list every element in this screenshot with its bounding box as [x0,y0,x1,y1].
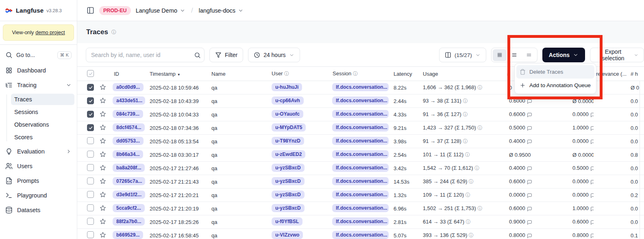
table-row[interactable]: b669529...2025-02-17 16:58:45qau-VIZzvwo… [77,229,644,239]
header-session[interactable]: Session ⓘ [329,70,391,77]
row-checkbox[interactable] [87,231,94,238]
org-switcher[interactable]: Langfuse Demo [136,7,185,14]
goto-command[interactable]: Go to... ⌘ K [2,49,74,61]
user-badge[interactable]: u-yzSBxcD [272,204,305,212]
demo-project-link[interactable]: demo project [35,30,65,35]
user-badge[interactable]: u-yzSBxcD [272,177,305,185]
star-icon[interactable] [100,205,106,211]
header-user[interactable]: User ⓘ [268,70,329,77]
header-name[interactable]: Name [207,71,268,77]
table-row[interactable]: dd05753...2025-02-18 05:13:54qau-T98YnzD… [77,135,644,148]
trace-id-badge[interactable]: ba8a208f... [113,164,145,172]
sidebar-item-evaluation[interactable]: Evaluation [2,145,74,158]
star-icon[interactable] [100,164,106,171]
star-icon[interactable] [100,111,106,117]
star-icon[interactable] [100,178,106,184]
table-row[interactable]: d3e9d1f2...2025-02-17 21:20:21qau-yzSBxc… [77,189,644,202]
user-badge[interactable]: u-huJhuJi [272,83,302,91]
session-badge[interactable]: lf.docs.conversation... [332,137,389,145]
user-badge[interactable]: u-cp66Avh [272,96,304,105]
session-badge[interactable]: lf.docs.conversation... [332,217,389,226]
header-id[interactable]: ID [111,71,146,77]
row-checkbox[interactable] [87,218,94,225]
session-badge[interactable]: lf.docs.conversation... [332,191,389,199]
trace-id-badge[interactable]: 084c739... [113,110,143,118]
export-selection-button[interactable]: Export selection [590,48,644,62]
session-badge[interactable]: lf.docs.conversation... [332,177,389,185]
column-visibility-button[interactable]: (15/27) [439,48,486,62]
user-badge[interactable]: u-VIZzvwo [272,231,303,239]
trace-id-badge[interactable]: 07265c7a... [113,177,145,185]
sidebar-item-playground[interactable]: Playground [2,189,74,202]
table-row[interactable]: 8dcf4574...2025-02-18 07:34:36qau-MYpDAT… [77,121,644,135]
row-checkbox[interactable] [87,191,94,198]
menu-item-add-to-annotation-queue[interactable]: Add to Annotation Queue [516,79,594,92]
header-usage[interactable]: Usage [420,71,506,77]
row-checkbox[interactable] [87,124,94,131]
session-badge[interactable]: lf.docs.conversation... [332,123,389,132]
table-row[interactable]: 084c739...2025-02-18 10:04:33qau-OYauofc… [77,108,644,121]
star-icon[interactable] [100,232,106,238]
session-badge[interactable]: lf.docs.conversation... [332,110,389,118]
row-checkbox[interactable] [87,137,94,144]
trace-id-badge[interactable]: b669529... [113,231,143,239]
trace-id-badge[interactable]: 8dcf4574... [113,123,145,132]
table-row[interactable]: 8b66a34...2025-02-18 03:30:17qau-zEwdED2… [77,148,644,162]
table-row[interactable]: 5cca9cf2...2025-02-17 21:20:19qau-yzSBxc… [77,202,644,215]
star-icon[interactable] [100,84,106,90]
star-icon[interactable] [100,138,106,144]
table-row[interactable]: 88f2a7b0...2025-02-17 18:25:26qau-f0YfBS… [77,215,644,229]
menu-item-delete-traces[interactable]: Delete Traces [516,65,594,79]
session-badge[interactable]: lf.docs.conversation... [332,204,389,212]
row-checkbox[interactable] [87,164,94,171]
row-height-large-button[interactable] [522,49,536,61]
sidebar-item-scores[interactable]: Scores [11,132,74,143]
search-input[interactable] [86,52,190,58]
star-icon[interactable] [100,124,106,131]
row-checkbox[interactable] [87,204,94,211]
header-relevance[interactable]: relevance (... [594,71,628,77]
sidebar-item-sessions[interactable]: Sessions [11,106,74,118]
header-last[interactable]: # h [628,71,644,77]
sidebar-item-prompts[interactable]: Prompts [2,175,74,187]
star-icon[interactable] [100,151,106,158]
trace-id-badge[interactable]: 8b66a34... [113,150,143,158]
sidebar-item-dashboard[interactable]: Dashboard [2,64,74,77]
trace-id-badge[interactable]: a433de51... [113,96,145,105]
row-checkbox[interactable] [87,111,94,118]
star-icon[interactable] [100,191,106,198]
sidebar-item-traces[interactable]: Traces [11,94,74,105]
user-badge[interactable]: u-f0YfBSL [272,217,302,226]
session-badge[interactable]: lf.docs.conversation... [332,83,389,91]
session-badge[interactable]: lf.docs.conversation... [332,164,389,172]
row-checkbox[interactable] [87,178,94,184]
table-row[interactable]: ba8a208f...2025-02-17 21:27:46qau-yzSBxc… [77,162,644,175]
header-timestamp[interactable]: Timestamp▼ [146,71,207,77]
select-all-checkbox[interactable] [87,70,94,77]
sidebar-item-observations[interactable]: Observations [11,119,74,130]
user-badge[interactable]: u-yzSBxcD [272,191,305,199]
sidebar-item-datasets[interactable]: Datasets [2,204,74,216]
session-badge[interactable]: lf.docs.conversation... [332,150,389,158]
row-checkbox[interactable] [87,151,94,158]
row-height-small-button[interactable] [493,49,507,61]
project-switcher[interactable]: langfuse-docs [199,7,244,14]
actions-button[interactable]: Actions [542,48,585,62]
user-badge[interactable]: u-OYauofc [272,110,303,118]
time-range-button[interactable]: 24 hours [248,48,300,62]
trace-id-badge[interactable]: 5cca9cf2... [113,204,145,212]
user-badge[interactable]: u-T98YnzD [272,137,304,145]
user-badge[interactable]: u-MYpDAT5 [272,123,306,132]
star-icon[interactable] [100,97,106,104]
sidebar-item-tracing[interactable]: Tracing [2,79,74,91]
session-badge[interactable]: lf.docs.conversation... [332,231,389,239]
user-badge[interactable]: u-yzSBxcD [272,164,305,172]
user-badge[interactable]: u-zEwdED2 [272,150,305,158]
table-row[interactable]: 07265c7a...2025-02-17 21:21:43qau-yzSBxc… [77,175,644,189]
search-icon[interactable] [190,52,204,59]
trace-id-badge[interactable]: a0cd0d9... [113,83,144,91]
row-checkbox[interactable] [87,97,94,104]
star-icon[interactable] [100,218,106,225]
row-checkbox[interactable] [87,84,94,91]
trace-id-badge[interactable]: dd05753... [113,137,144,145]
